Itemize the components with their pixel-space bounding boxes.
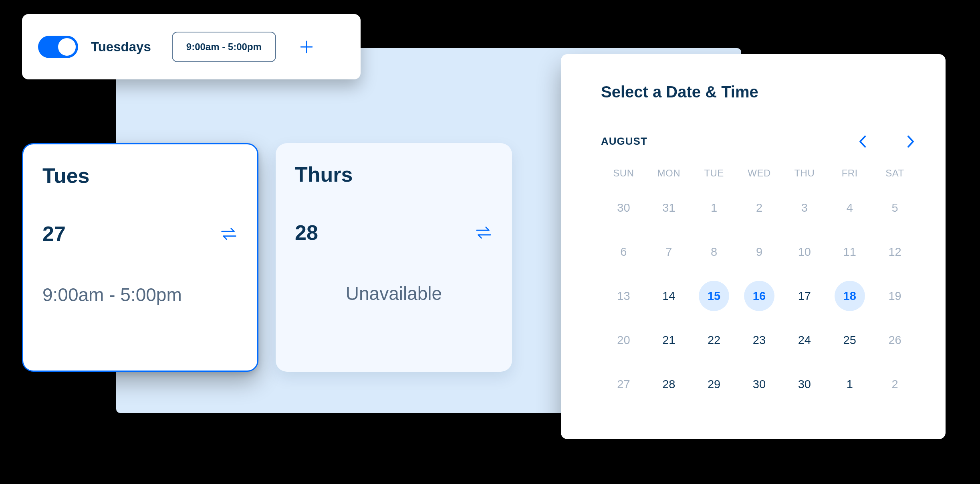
toggle-knob: [58, 38, 76, 56]
chevron-left-icon: [858, 135, 867, 148]
calendar-day[interactable]: 17: [789, 281, 820, 311]
time-range-field[interactable]: 9:00am - 5:00pm: [172, 32, 276, 62]
calendar-prev-button[interactable]: [857, 136, 869, 148]
calendar-grid: SUNMONTUEWEDTHUFRISAT3031123456789101112…: [601, 168, 917, 399]
calendar-day[interactable]: 14: [653, 281, 684, 311]
calendar-day[interactable]: 11: [835, 237, 865, 267]
day-card-tues[interactable]: Tues 27 9:00am - 5:00pm: [22, 143, 258, 372]
calendar-day[interactable]: 30: [608, 192, 639, 223]
calendar-day[interactable]: 5: [880, 192, 910, 223]
repeat-icon: [220, 227, 238, 241]
calendar-day[interactable]: 10: [789, 237, 820, 267]
calendar-day[interactable]: 24: [789, 325, 820, 355]
calendar-next-button[interactable]: [905, 136, 917, 148]
day-number-row: 27: [42, 222, 238, 246]
calendar-header: AUGUST: [601, 135, 917, 148]
calendar-dow: SUN: [601, 168, 646, 179]
calendar-title: Select a Date & Time: [601, 83, 917, 101]
calendar-day[interactable]: 2: [744, 192, 774, 223]
calendar-dow: WED: [737, 168, 782, 179]
calendar-day[interactable]: 29: [699, 369, 729, 399]
day-toggle-label: Tuesdays: [91, 39, 151, 55]
calendar-day[interactable]: 21: [653, 325, 684, 355]
calendar-day[interactable]: 6: [608, 237, 639, 267]
calendar-day[interactable]: 30: [789, 369, 820, 399]
day-name: Tues: [42, 164, 238, 188]
day-availability: Unavailable: [295, 283, 493, 304]
calendar-day[interactable]: 1: [835, 369, 865, 399]
calendar-nav: [857, 136, 917, 148]
calendar-day[interactable]: 19: [880, 281, 910, 311]
day-number: 28: [295, 221, 318, 245]
calendar-day[interactable]: 18: [835, 281, 865, 311]
calendar-dow: TUE: [692, 168, 737, 179]
calendar-month: AUGUST: [601, 135, 647, 148]
calendar-day[interactable]: 1: [699, 192, 729, 223]
plus-icon: [299, 40, 314, 54]
calendar-day[interactable]: 16: [744, 281, 774, 311]
calendar-day[interactable]: 26: [880, 325, 910, 355]
calendar-dow: FRI: [827, 168, 872, 179]
calendar-day[interactable]: 25: [835, 325, 865, 355]
day-card-thurs[interactable]: Thurs 28 Unavailable: [276, 143, 512, 372]
calendar-day[interactable]: 4: [835, 192, 865, 223]
calendar-day[interactable]: 12: [880, 237, 910, 267]
availability-toggle-card: Tuesdays 9:00am - 5:00pm: [22, 14, 361, 79]
add-time-range-button[interactable]: [298, 39, 315, 55]
calendar-day[interactable]: 30: [744, 369, 774, 399]
calendar-day[interactable]: 8: [699, 237, 729, 267]
day-number: 27: [42, 222, 66, 246]
day-number-row: 28: [295, 221, 493, 245]
calendar-card: Select a Date & Time AUGUST SUNMONTUEWED…: [561, 54, 946, 439]
repeat-icon: [474, 225, 493, 240]
calendar-day[interactable]: 20: [608, 325, 639, 355]
calendar-day[interactable]: 9: [744, 237, 774, 267]
chevron-right-icon: [906, 135, 915, 148]
calendar-day[interactable]: 13: [608, 281, 639, 311]
calendar-day[interactable]: 28: [653, 369, 684, 399]
calendar-day[interactable]: 31: [653, 192, 684, 223]
calendar-dow: THU: [782, 168, 827, 179]
calendar-dow: SAT: [872, 168, 917, 179]
day-name: Thurs: [295, 162, 493, 186]
day-toggle[interactable]: [38, 36, 78, 58]
day-availability: 9:00am - 5:00pm: [42, 284, 238, 306]
calendar-day[interactable]: 23: [744, 325, 774, 355]
calendar-day[interactable]: 27: [608, 369, 639, 399]
calendar-day[interactable]: 7: [653, 237, 684, 267]
calendar-day[interactable]: 2: [880, 369, 910, 399]
calendar-day[interactable]: 3: [789, 192, 820, 223]
calendar-day[interactable]: 15: [699, 281, 729, 311]
calendar-day[interactable]: 22: [699, 325, 729, 355]
calendar-dow: MON: [646, 168, 692, 179]
